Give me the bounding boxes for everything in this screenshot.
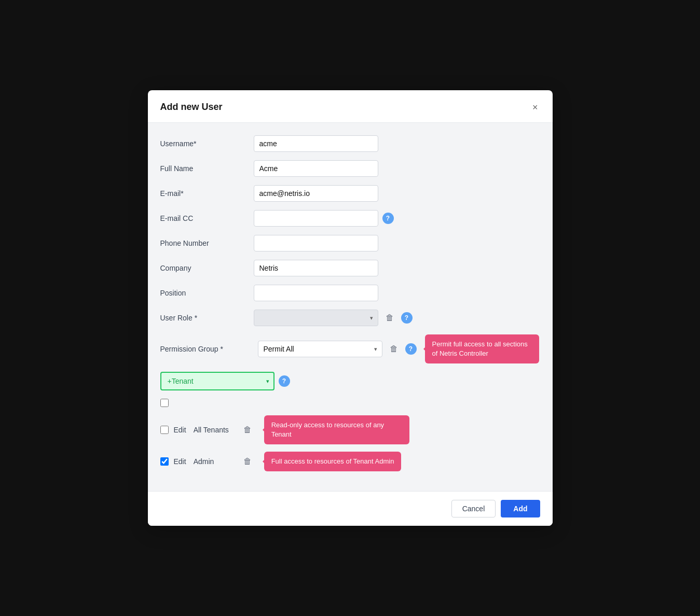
- admin-trash-icon: 🗑: [243, 457, 252, 466]
- permission-group-group: Permit All ▾ 🗑 ? Permit full access to a…: [258, 334, 539, 363]
- phone-row: Phone Number: [160, 235, 540, 251]
- email-cc-help-icon[interactable]: ?: [382, 213, 394, 224]
- add-button[interactable]: Add: [501, 500, 540, 517]
- tenant-select[interactable]: +Tenant: [160, 372, 274, 390]
- position-input[interactable]: [254, 285, 378, 301]
- email-label: E-mail*: [160, 189, 254, 198]
- fullname-label: Full Name: [160, 164, 254, 173]
- company-row: Company: [160, 260, 540, 276]
- tenant-help-icon[interactable]: ?: [279, 375, 290, 387]
- modal-header: Add new User ×: [148, 90, 553, 123]
- company-input[interactable]: [254, 260, 378, 276]
- tenant-item-admin: Edit Admin 🗑 Full access to resources of…: [160, 452, 540, 471]
- username-input[interactable]: [254, 135, 378, 152]
- email-cc-label: E-mail CC: [160, 214, 254, 222]
- permission-group-select[interactable]: Permit All: [258, 341, 382, 357]
- position-label: Position: [160, 289, 254, 297]
- user-role-select-wrapper: ▾: [254, 310, 378, 326]
- user-role-label: User Role *: [160, 314, 254, 322]
- company-label: Company: [160, 264, 254, 272]
- admin-tooltip: Full access to resources of Tenant Admin: [264, 452, 402, 471]
- user-role-select[interactable]: [254, 310, 378, 326]
- permission-group-select-wrapper: Permit All ▾: [258, 341, 382, 357]
- permission-group-tooltip: Permit full access to all sections of Ne…: [425, 334, 539, 363]
- cancel-button[interactable]: Cancel: [451, 500, 496, 517]
- admin-checkbox[interactable]: [160, 457, 169, 466]
- modal-footer: Cancel Add: [148, 491, 553, 526]
- all-tenants-edit-label: Edit: [174, 426, 186, 434]
- all-tenants-delete-button[interactable]: 🗑: [240, 423, 255, 437]
- tenant-selector-row: +Tenant ▾ ?: [160, 372, 540, 390]
- email-cc-input[interactable]: [254, 210, 378, 227]
- all-tenants-checkbox[interactable]: [160, 426, 169, 434]
- email-row: E-mail*: [160, 185, 540, 202]
- tenant-select-wrapper: +Tenant ▾: [160, 372, 274, 390]
- username-row: Username*: [160, 135, 540, 152]
- fullname-row: Full Name: [160, 160, 540, 177]
- user-role-trash-icon: 🗑: [386, 313, 394, 322]
- user-role-row: User Role * ▾ 🗑 ?: [160, 310, 540, 326]
- modal-overlay: Add new User × Username* Full Name E-mai…: [0, 0, 700, 616]
- add-user-modal: Add new User × Username* Full Name E-mai…: [148, 90, 553, 526]
- tenant-item-all-tenants: Edit All Tenants 🗑 Read-only access to r…: [160, 415, 540, 444]
- username-label: Username*: [160, 139, 254, 148]
- all-tenants-name: All Tenants: [194, 426, 235, 434]
- email-cc-row: E-mail CC ?: [160, 210, 540, 227]
- close-button[interactable]: ×: [530, 101, 540, 114]
- permission-group-row: Permission Group * Permit All ▾ 🗑 ? Perm…: [160, 334, 540, 363]
- bare-checkbox-row: [160, 399, 540, 407]
- admin-edit-label: Edit: [174, 457, 186, 466]
- position-row: Position: [160, 285, 540, 301]
- modal-body: Username* Full Name E-mail* E-mail CC ?: [148, 123, 553, 492]
- phone-label: Phone Number: [160, 239, 254, 247]
- user-role-delete-button[interactable]: 🗑: [382, 311, 397, 325]
- permission-group-trash-icon: 🗑: [390, 344, 398, 353]
- admin-name: Admin: [194, 457, 235, 466]
- email-input[interactable]: [254, 185, 378, 202]
- user-role-help-icon[interactable]: ?: [401, 312, 413, 324]
- email-cc-input-group: ?: [254, 210, 394, 227]
- all-tenants-trash-icon: 🗑: [243, 425, 252, 434]
- phone-input[interactable]: [254, 235, 378, 251]
- admin-delete-button[interactable]: 🗑: [240, 455, 255, 468]
- permission-group-delete-button[interactable]: 🗑: [387, 342, 401, 356]
- permission-group-label: Permission Group *: [160, 345, 254, 353]
- bare-checkbox[interactable]: [160, 399, 169, 407]
- all-tenants-tooltip: Read-only access to resources of any Ten…: [264, 415, 409, 444]
- fullname-input[interactable]: [254, 160, 378, 177]
- modal-title: Add new User: [160, 102, 223, 113]
- permission-group-help-icon[interactable]: ?: [405, 343, 417, 355]
- user-role-group: ▾ 🗑 ?: [254, 310, 413, 326]
